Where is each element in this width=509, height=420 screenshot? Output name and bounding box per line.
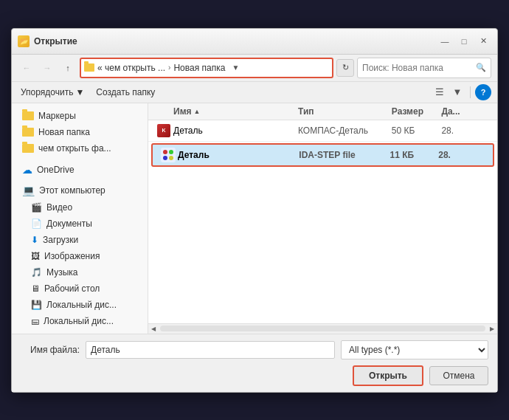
sidebar-item-onedrive[interactable]: ☁ OneDrive — [12, 161, 148, 179]
file-type-cell: IDA-STEP file — [299, 150, 389, 160]
sidebar-item-label: Маркеры — [38, 111, 76, 121]
sidebar-item-downloads[interactable]: ⬇ Загрузки — [12, 232, 148, 248]
downloads-icon: ⬇ — [31, 235, 38, 245]
sidebar-item-new-folder[interactable]: Новая папка — [12, 124, 148, 140]
scroll-left-button[interactable]: ◀ — [148, 323, 159, 334]
refresh-button[interactable]: ↻ — [336, 59, 354, 77]
scroll-track — [160, 326, 485, 331]
forward-button[interactable]: → — [38, 59, 56, 77]
sidebar-item-label: Рабочий стол — [44, 283, 100, 294]
col-date-header[interactable]: Да... — [441, 106, 491, 117]
music-icon: 🎵 — [31, 267, 42, 278]
file-date-cell: 28. — [441, 125, 491, 136]
maximize-button[interactable]: □ — [456, 33, 472, 49]
col-type-header[interactable]: Тип — [298, 106, 392, 117]
new-folder-button[interactable]: Создать папку — [93, 86, 158, 99]
svg-point-1 — [163, 150, 167, 154]
sidebar-item-video[interactable]: 🎬 Видео — [12, 199, 148, 216]
video-icon: 🎬 — [31, 202, 42, 213]
navigation-toolbar: ← → ↑ « чем открыть ... › Новая папка ▼ … — [12, 55, 497, 82]
sidebar-item-open-with[interactable]: чем открыть фа... — [12, 140, 148, 156]
cancel-button[interactable]: Отмена — [429, 366, 488, 385]
organize-label: Упорядочить — [21, 87, 73, 97]
svg-rect-0 — [161, 148, 176, 162]
sidebar-item-documents[interactable]: 📄 Документы — [12, 216, 148, 232]
scroll-right-button[interactable]: ▶ — [487, 323, 497, 334]
sidebar-item-label: Видео — [46, 202, 72, 213]
search-input[interactable] — [362, 63, 473, 73]
file-name-row: Имя файла: All types (*.*) — [21, 340, 488, 359]
sidebar-item-this-pc[interactable]: 💻 Этот компьютер — [12, 182, 148, 199]
horizontal-scrollbar: ◀ ▶ — [148, 323, 497, 334]
documents-icon: 📄 — [31, 218, 42, 229]
pictures-icon: 🖼 — [31, 251, 40, 261]
file-row-highlighted[interactable]: Деталь IDA-STEP file 11 КБ 28. — [151, 143, 494, 167]
path-bar[interactable]: « чем открыть ... › Новая папка ▼ — [80, 58, 333, 78]
title-bar: 📂 Открытие — □ ✕ — [12, 29, 497, 55]
sidebar-item-desktop[interactable]: 🖥 Рабочий стол — [12, 280, 148, 297]
sidebar-item-music[interactable]: 🎵 Музыка — [12, 264, 148, 280]
content-area: Маркеры Новая папка чем открыть фа... ☁ … — [12, 103, 497, 334]
organize-button[interactable]: Упорядочить ▼ — [18, 86, 87, 99]
folder-icon — [22, 111, 34, 120]
file-row[interactable]: K Деталь КОМПАС-Деталь 50 КБ 28. — [148, 120, 497, 142]
open-button[interactable]: Открыть — [353, 365, 423, 386]
file-size-cell: 50 КБ — [392, 125, 442, 136]
file-name-input[interactable] — [86, 341, 335, 359]
disk2-icon: 🖴 — [31, 317, 39, 326]
icon-col-header — [154, 106, 173, 117]
kompas-icon: K — [157, 124, 170, 137]
up-button[interactable]: ↑ — [59, 59, 77, 77]
file-name-cell: Деталь — [178, 150, 299, 160]
sidebar-item-label: Этот компьютер — [39, 185, 105, 196]
col-name-header[interactable]: Имя ▲ — [173, 106, 298, 117]
sidebar-item-label: Новая папка — [38, 127, 90, 137]
file-type-select[interactable]: All types (*.*) — [341, 340, 488, 359]
sidebar-item-pictures[interactable]: 🖼 Изображения — [12, 248, 148, 264]
sidebar-item-label: Локальный дис... — [44, 316, 114, 326]
file-icon-cell: K — [154, 124, 173, 137]
help-button[interactable]: ? — [475, 84, 491, 100]
computer-icon: 💻 — [22, 185, 35, 196]
svg-point-4 — [169, 156, 173, 160]
file-name-label: Имя файла: — [21, 345, 80, 355]
detail-app-icon — [161, 148, 176, 162]
sort-arrow-icon: ▲ — [194, 108, 201, 115]
sidebar-item-label: Музыка — [46, 267, 77, 278]
sidebar-item-label: чем открыть фа... — [38, 143, 111, 154]
sidebar-item-markers[interactable]: Маркеры — [12, 108, 148, 124]
file-list-area: Имя ▲ Тип Размер Да... K — [148, 103, 497, 334]
view-controls: ☰ ▼ ? — [432, 84, 491, 100]
col-size-header[interactable]: Размер — [392, 106, 442, 117]
new-folder-label: Создать папку — [96, 87, 155, 97]
sidebar-item-label: Локальный дис... — [46, 300, 117, 310]
path-segment-current: Новая папка — [173, 63, 225, 73]
sidebar-item-label: Загрузки — [43, 235, 78, 245]
sidebar-item-label: OneDrive — [37, 165, 75, 175]
sidebar-item-label: Изображения — [44, 251, 100, 261]
file-icon-cell — [159, 148, 178, 162]
desktop-icon: 🖥 — [31, 283, 40, 294]
svg-point-3 — [163, 156, 167, 160]
organize-chevron-icon: ▼ — [75, 87, 84, 97]
view-chevron-button[interactable]: ▼ — [449, 84, 465, 100]
action-toolbar: Упорядочить ▼ Создать папку ☰ ▼ ? — [12, 82, 497, 103]
sidebar-item-local-disk-2[interactable]: 🖴 Локальный дис... — [12, 313, 148, 329]
close-button[interactable]: ✕ — [475, 33, 491, 49]
minimize-button[interactable]: — — [437, 33, 453, 49]
back-button[interactable]: ← — [18, 59, 35, 77]
view-list-button[interactable]: ☰ — [432, 84, 448, 100]
action-row: Открыть Отмена — [21, 365, 488, 386]
sidebar-item-local-disk-1[interactable]: 💾 Локальный дис... — [12, 297, 148, 313]
file-type-cell: КОМПАС-Деталь — [298, 125, 392, 136]
folder-icon — [22, 144, 34, 153]
disk-icon: 💾 — [31, 300, 42, 310]
file-list: K Деталь КОМПАС-Деталь 50 КБ 28. — [148, 120, 497, 323]
folder-icon — [22, 128, 34, 137]
path-dropdown-button[interactable]: ▼ — [228, 61, 243, 75]
path-folder-icon — [84, 63, 94, 72]
dialog-title: Открытие — [34, 36, 437, 47]
divider — [470, 86, 471, 98]
sidebar-item-label: Документы — [46, 218, 92, 229]
svg-point-2 — [169, 150, 173, 154]
